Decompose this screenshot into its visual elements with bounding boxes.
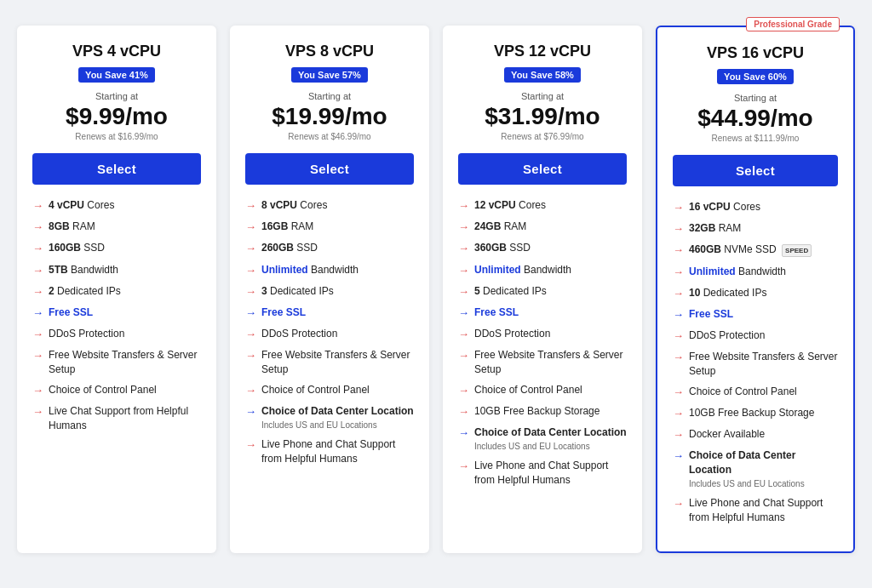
feature-text: Unlimited Bandwidth [689, 265, 786, 279]
feature-item: →Choice of Control Panel [32, 383, 201, 398]
feature-suffix: Docker Available [689, 428, 765, 440]
arrow-icon: → [458, 220, 469, 235]
feature-suffix: Free Website Transfers & Server Setup [261, 349, 410, 375]
feature-text: Choice of Data Center LocationIncludes U… [474, 425, 627, 453]
feature-suffix: DDoS Protection [689, 329, 765, 341]
arrow-icon: → [458, 327, 469, 342]
starting-label: Starting at [521, 91, 564, 101]
feature-item: →Choice of Control Panel [458, 383, 627, 398]
arrow-icon: → [245, 348, 256, 363]
feature-text: 460GB NVMe SSD SPEED [689, 243, 812, 257]
feature-bold: Unlimited [689, 265, 736, 277]
feature-item: →Choice of Data Center LocationIncludes … [245, 404, 414, 431]
plan-header: VPS 12 vCPUYou Save 58%Starting at$31.99… [458, 43, 627, 153]
feature-bold: 3 [261, 285, 267, 297]
feature-item: →260GB SSD [245, 241, 414, 256]
arrow-icon: → [673, 385, 684, 400]
arrow-icon: → [673, 496, 684, 511]
feature-suffix: Live Chat Support from Helpful Humans [49, 405, 188, 431]
arrow-icon: → [458, 404, 469, 420]
feature-item: →DDoS Protection [458, 327, 627, 342]
feature-bold: Choice of Data Center Location [474, 426, 627, 438]
feature-text: Unlimited Bandwidth [474, 263, 571, 277]
select-button[interactable]: Select [245, 153, 414, 185]
feature-highlighted: Free SSL [689, 308, 733, 320]
feature-text: Choice of Control Panel [474, 383, 582, 397]
feature-suffix: Choice of Control Panel [261, 384, 370, 396]
feature-item: →Unlimited Bandwidth [245, 263, 414, 278]
feature-bold: 160GB [49, 242, 81, 254]
feature-suffix: Bandwidth [736, 265, 786, 277]
plan-price: $44.99/mo [697, 105, 812, 132]
feature-item: →DDoS Protection [32, 327, 201, 342]
feature-text: Free SSL [689, 307, 733, 322]
arrow-icon: → [673, 350, 684, 365]
plan-card-vps8: VPS 8 vCPUYou Save 57%Starting at$19.99/… [230, 26, 429, 553]
arrow-icon: → [458, 263, 469, 278]
feature-text: 160GB SSD [49, 241, 105, 255]
arrow-icon: → [458, 241, 469, 256]
feature-list: →12 vCPU Cores→24GB RAM→360GB SSD→Unlimi… [458, 198, 627, 533]
feature-item: →12 vCPU Cores [458, 198, 627, 214]
feature-list: →4 vCPU Cores→8GB RAM→160GB SSD→5TB Band… [32, 198, 201, 533]
feature-bold: Choice of Data Center Location [261, 405, 414, 417]
feature-suffix: 10GB Free Backup Storage [474, 405, 600, 417]
plan-price: $31.99/mo [485, 103, 600, 130]
feature-suffix: Choice of Control Panel [689, 385, 797, 397]
arrow-icon: → [32, 305, 43, 321]
feature-suffix: Cores [731, 201, 760, 213]
nvme-badge: SPEED [782, 244, 812, 257]
plan-title: VPS 12 vCPU [494, 43, 591, 60]
feature-bold: 8GB [49, 220, 70, 232]
feature-item: →360GB SSD [458, 241, 627, 256]
feature-item: →Choice of Data Center LocationIncludes … [673, 448, 838, 490]
arrow-icon: → [673, 243, 684, 258]
feature-item: →Live Chat Support from Helpful Humans [32, 404, 201, 433]
select-button[interactable]: Select [32, 153, 201, 185]
feature-item: →Live Phone and Chat Support from Helpfu… [245, 437, 414, 466]
feature-item: →DDoS Protection [673, 328, 838, 344]
arrow-icon: → [32, 284, 43, 300]
feature-suffix: Dedicated IPs [267, 285, 334, 297]
feature-item: →Free SSL [673, 307, 838, 323]
plan-card-vps16: Professional GradeVPS 16 vCPUYou Save 60… [656, 26, 855, 553]
feature-text: 10GB Free Backup Storage [689, 406, 814, 420]
feature-bold: 5 [474, 285, 480, 297]
feature-item: →160GB SSD [32, 241, 201, 256]
arrow-icon: → [673, 406, 684, 421]
feature-suffix: Cores [84, 199, 114, 211]
select-button[interactable]: Select [673, 155, 838, 186]
feature-item: →Free SSL [458, 305, 627, 321]
feature-sub: Includes US and EU Locations [261, 420, 414, 431]
feature-item: →Docker Available [673, 427, 838, 442]
feature-suffix: RAM [288, 220, 313, 232]
feature-bold: 360GB [474, 242, 507, 254]
arrow-icon: → [245, 220, 256, 235]
feature-bold: Choice of Data Center Location [689, 449, 795, 476]
feature-item: →8GB RAM [32, 220, 201, 235]
arrow-icon: → [32, 327, 43, 342]
renews-label: Renews at $46.99/mo [288, 132, 370, 141]
feature-highlighted: Free SSL [49, 306, 93, 318]
feature-suffix: Free Website Transfers & Server Setup [474, 349, 623, 375]
feature-suffix: DDoS Protection [49, 328, 124, 340]
feature-suffix: Free Website Transfers & Server Setup [49, 349, 198, 375]
feature-text: Free Website Transfers & Server Setup [261, 348, 414, 377]
feature-suffix: Live Phone and Chat Support from Helpful… [474, 460, 608, 486]
arrow-icon: → [245, 404, 256, 420]
feature-suffix: NVMe SSD SPEED [721, 243, 812, 255]
feature-item: →Free SSL [245, 305, 414, 321]
starting-label: Starting at [734, 93, 777, 103]
select-button[interactable]: Select [458, 153, 627, 185]
feature-suffix: Dedicated IPs [700, 287, 766, 299]
feature-suffix: Bandwidth [521, 264, 571, 276]
arrow-icon: → [458, 383, 469, 398]
arrow-icon: → [245, 198, 256, 214]
plan-card-vps4: VPS 4 vCPUYou Save 41%Starting at$9.99/m… [17, 26, 216, 553]
arrow-icon: → [458, 198, 469, 214]
feature-list: →8 vCPU Cores→16GB RAM→260GB SSD→Unlimit… [245, 198, 414, 533]
feature-text: 10 Dedicated IPs [689, 286, 766, 300]
arrow-icon: → [673, 265, 684, 280]
arrow-icon: → [673, 307, 684, 323]
feature-suffix: SSD [81, 242, 105, 254]
